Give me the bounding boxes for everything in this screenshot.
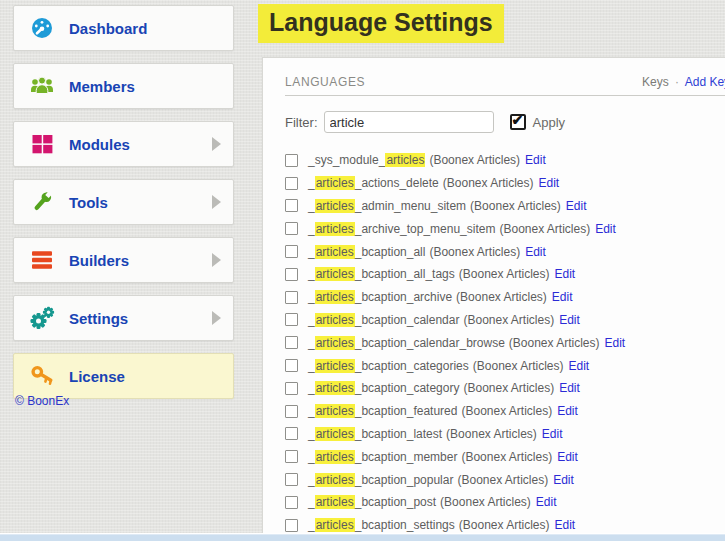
language-key-row: _articles_bcaption_categories (Boonex Ar… xyxy=(285,354,725,377)
key-checkbox[interactable] xyxy=(285,268,298,281)
key-edit-link[interactable]: Edit xyxy=(569,359,590,373)
key-edit-link[interactable]: Edit xyxy=(566,199,587,213)
key-edit-link[interactable]: Edit xyxy=(525,153,546,167)
key-module-label: (Boonex Articles) xyxy=(456,290,547,304)
language-key-row: _articles_bcaption_member (Boonex Articl… xyxy=(285,445,725,468)
key-checkbox[interactable] xyxy=(285,313,298,326)
key-edit-link[interactable]: Edit xyxy=(559,313,580,327)
key-edit-link[interactable]: Edit xyxy=(559,381,580,395)
key-edit-link[interactable]: Edit xyxy=(538,176,559,190)
members-people-icon xyxy=(29,73,55,99)
key-edit-link[interactable]: Edit xyxy=(554,518,575,532)
builders-list-icon xyxy=(29,247,55,273)
sidebar-item-tools[interactable]: Tools xyxy=(13,179,234,225)
sidebar-item-members[interactable]: Members xyxy=(13,63,234,109)
filter-match-highlight: articles xyxy=(315,450,355,464)
key-edit-link[interactable]: Edit xyxy=(554,267,575,281)
key-module-label: (Boonex Articles) xyxy=(443,176,534,190)
language-key-row: _articles_bcaption_all_tags (Boonex Arti… xyxy=(285,263,725,286)
chevron-right-icon xyxy=(212,195,221,209)
horizontal-scrollbar[interactable] xyxy=(0,534,725,541)
key-module-label: (Boonex Articles) xyxy=(463,381,554,395)
key-checkbox[interactable] xyxy=(285,177,298,190)
filter-match-highlight: articles xyxy=(315,267,355,281)
key-checkbox[interactable] xyxy=(285,450,298,463)
sidebar-item-label: Members xyxy=(69,78,135,95)
nav-add-key-link[interactable]: Add Key xyxy=(685,75,725,89)
key-name: _articles_bcaption_member xyxy=(308,450,457,464)
filter-match-highlight: articles xyxy=(315,336,355,350)
key-checkbox[interactable] xyxy=(285,405,298,418)
key-checkbox[interactable] xyxy=(285,427,298,440)
filter-match-highlight: articles xyxy=(315,176,355,190)
key-edit-link[interactable]: Edit xyxy=(525,245,546,259)
key-checkbox[interactable] xyxy=(285,473,298,486)
apply-label: Apply xyxy=(533,115,566,130)
filter-input[interactable] xyxy=(324,111,494,133)
sidebar-item-builders[interactable]: Builders xyxy=(13,237,234,283)
sidebar-item-modules[interactable]: Modules xyxy=(13,121,234,167)
key-module-label: (Boonex Articles) xyxy=(429,153,520,167)
key-module-label: (Boonex Articles) xyxy=(499,222,590,236)
key-name: _articles_bcaption_calendar_browse xyxy=(308,336,505,350)
sidebar-item-settings[interactable]: Settings xyxy=(13,295,234,341)
key-edit-link[interactable]: Edit xyxy=(557,404,578,418)
sidebar-item-license[interactable]: License xyxy=(13,353,234,399)
key-edit-link[interactable]: Edit xyxy=(595,222,616,236)
key-edit-link[interactable]: Edit xyxy=(557,450,578,464)
filter-match-highlight: articles xyxy=(315,222,355,236)
key-module-label: (Boonex Articles) xyxy=(440,495,531,509)
filter-match-highlight: articles xyxy=(315,290,355,304)
nav-separator: · xyxy=(675,75,679,89)
key-name: _articles_archive_top_menu_sitem xyxy=(308,222,495,236)
sidebar-item-label: Tools xyxy=(69,194,108,211)
tools-wrench-icon xyxy=(29,189,55,215)
key-name: _articles_bcaption_archive xyxy=(308,290,452,304)
key-module-label: (Boonex Articles) xyxy=(509,336,600,350)
sidebar-item-label: License xyxy=(69,368,125,385)
key-name: _articles_bcaption_post xyxy=(308,495,436,509)
key-name: _articles_actions_delete xyxy=(308,176,439,190)
filter-match-highlight: articles xyxy=(315,473,355,487)
key-module-label: (Boonex Articles) xyxy=(473,359,564,373)
filter-match-highlight: articles xyxy=(315,313,355,327)
sidebar-item-dashboard[interactable]: Dashboard xyxy=(13,5,234,51)
key-module-label: (Boonex Articles) xyxy=(457,473,548,487)
language-key-row: _articles_bcaption_archive (Boonex Artic… xyxy=(285,286,725,309)
panel-section-title: LANGUAGES xyxy=(285,75,365,89)
key-name: _articles_admin_menu_sitem xyxy=(308,199,466,213)
key-checkbox[interactable] xyxy=(285,291,298,304)
key-checkbox[interactable] xyxy=(285,336,298,349)
nav-keys[interactable]: Keys xyxy=(642,75,669,89)
key-name: _articles_bcaption_all_tags xyxy=(308,267,455,281)
apply-checkbox[interactable]: ✔ xyxy=(510,114,526,130)
filter-match-highlight: articles xyxy=(315,427,355,441)
key-checkbox[interactable] xyxy=(285,382,298,395)
key-edit-link[interactable]: Edit xyxy=(536,495,557,509)
chevron-right-icon xyxy=(212,253,221,267)
key-edit-link[interactable]: Edit xyxy=(542,427,563,441)
license-key-icon xyxy=(29,363,55,389)
key-checkbox[interactable] xyxy=(285,519,298,532)
key-checkbox[interactable] xyxy=(285,222,298,235)
key-name: _articles_bcaption_calendar xyxy=(308,313,459,327)
key-checkbox[interactable] xyxy=(285,245,298,258)
sidebar-item-label: Dashboard xyxy=(69,20,147,37)
key-module-label: (Boonex Articles) xyxy=(429,245,520,259)
filter-row: Filter: ✔ Apply xyxy=(285,110,565,134)
key-edit-link[interactable]: Edit xyxy=(605,336,626,350)
filter-label: Filter: xyxy=(285,115,318,130)
chevron-right-icon xyxy=(212,311,221,325)
key-edit-link[interactable]: Edit xyxy=(552,290,573,304)
modules-grid-icon xyxy=(29,131,55,157)
boonex-link[interactable]: © BoonEx xyxy=(15,394,69,408)
filter-match-highlight: articles xyxy=(315,495,355,509)
key-checkbox[interactable] xyxy=(285,359,298,372)
key-checkbox[interactable] xyxy=(285,496,298,509)
sidebar-item-label: Settings xyxy=(69,310,128,327)
key-module-label: (Boonex Articles) xyxy=(461,404,552,418)
key-edit-link[interactable]: Edit xyxy=(553,473,574,487)
key-checkbox[interactable] xyxy=(285,199,298,212)
key-checkbox[interactable] xyxy=(285,154,298,167)
key-module-label: (Boonex Articles) xyxy=(463,313,554,327)
